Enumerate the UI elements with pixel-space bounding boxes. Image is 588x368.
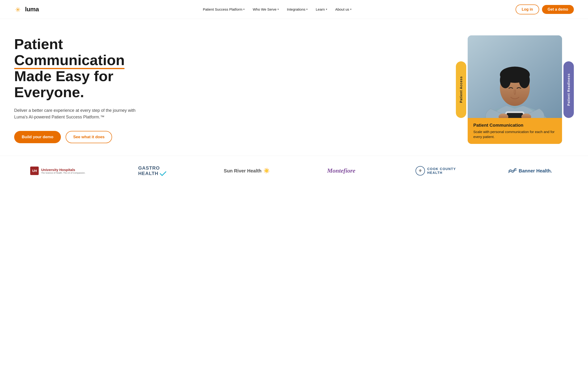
logo-banner-health: Banner Health. [487,167,574,174]
uh-name: University Hospitals [41,168,85,172]
gastro-check-icon [160,171,166,176]
luma-logo-icon: ✳ [14,5,23,14]
cook-county-seal-icon: ⚜ [418,168,422,173]
gastro-health-text: HEALTH [138,171,159,176]
sunriver-text: Sun River Health [224,168,261,174]
banner-waves-icon [508,167,517,174]
card-description: Scale with personal communication for ea… [473,129,556,139]
logos-strip: UH University Hospitals The Science of H… [0,156,588,186]
montefiore-text: Montefiore [327,167,355,174]
logo-sun-river-health: Sun River Health ☀️ [203,168,290,174]
logo-university-hospitals: UH University Hospitals The Science of H… [14,166,101,175]
card-title: Patient Communication [473,123,556,128]
chevron-down-icon: ▾ [243,8,245,11]
patient-communication-card: Patient Communication Scale with persona… [468,118,562,144]
hero-title-part2: Made Easy for Everyone. [14,68,113,100]
logo-gastro-health: GASTRO HEALTH [109,165,196,176]
nav-item-about-us[interactable]: About us ▾ [332,5,355,13]
logo-cook-county-health: ⚜ COOK COUNTY HEALTH [392,166,479,175]
gastro-text: GASTRO [138,165,160,171]
nav-links: Patient Success Platform ▾ Who We Serve … [200,5,355,13]
logo-link[interactable]: ✳ luma [14,5,39,14]
chevron-down-icon: ▾ [326,8,327,11]
hero-image-container: Patient Communication Scale with persona… [468,35,562,144]
hero-person-image: Patient Communication Scale with persona… [468,35,562,144]
navbar: ✳ luma Patient Success Platform ▾ Who We… [0,0,588,19]
hero-visual-right: Patient Access Patient Readiness [456,35,574,144]
patient-access-tab[interactable]: Patient Access [456,61,466,118]
patient-readiness-tab[interactable]: Patient Readiness [563,61,574,118]
chevron-down-icon: ▾ [277,8,279,11]
sunriver-sun-icon: ☀️ [263,168,270,174]
get-demo-button[interactable]: Get a demo [542,5,574,14]
chevron-down-icon: ▾ [306,8,308,11]
person-svg [468,35,562,122]
hero-title-highlight: Communication [14,52,125,68]
svg-text:✳: ✳ [15,6,20,13]
nav-item-who-we-serve[interactable]: Who We Serve ▾ [249,5,282,13]
build-demo-button[interactable]: Build your demo [14,131,61,143]
nav-item-integrations[interactable]: Integrations ▾ [284,5,311,13]
see-what-it-does-button[interactable]: See what it does [66,131,112,143]
hero-title: Patient Communication Made Easy for Ever… [14,36,175,101]
logo-montefiore: Montefiore [298,167,385,174]
uh-tagline: The Science of Health. The Art of Compas… [41,172,85,174]
hero-subtitle: Deliver a better care experience at ever… [14,107,142,121]
logo-text: luma [25,6,39,13]
nav-item-patient-success-platform[interactable]: Patient Success Platform ▾ [200,5,248,13]
chevron-down-icon: ▾ [350,8,352,11]
hero-buttons: Build your demo See what it does [14,131,175,143]
login-button[interactable]: Log in [515,4,539,14]
hero-section: Patient Communication Made Easy for Ever… [0,19,588,156]
hero-content-left: Patient Communication Made Easy for Ever… [14,36,175,143]
svg-point-7 [500,72,511,88]
hero-title-part1: Patient [14,36,63,52]
nav-item-learn[interactable]: Learn ▾ [312,5,330,13]
health-text: HEALTH [427,171,456,175]
svg-point-8 [519,72,530,88]
nav-actions: Log in Get a demo [515,4,574,14]
cook-text: COOK COUNTY [427,167,456,171]
banner-text: Banner Health. [519,168,552,174]
